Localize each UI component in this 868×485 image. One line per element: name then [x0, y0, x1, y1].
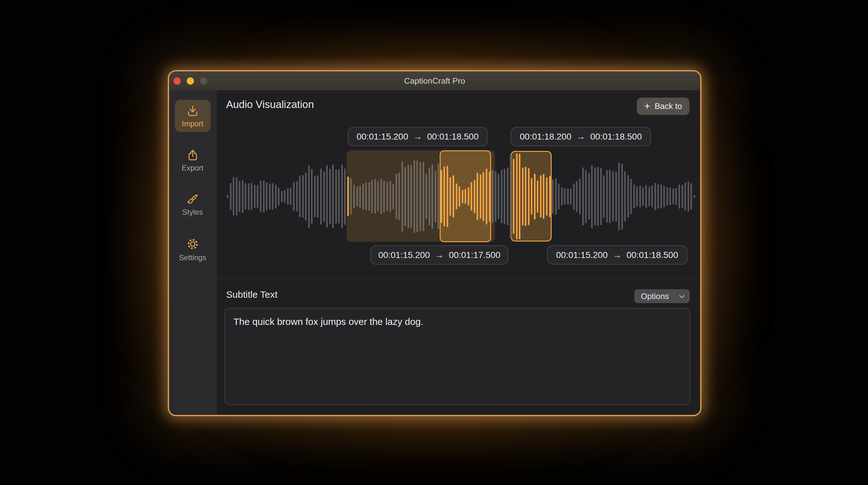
timestamp-badge-top-left: 00:01:15.200 → 00:01:18.500 [348, 127, 488, 146]
timestamp-start: 00:01:15.200 [378, 250, 430, 260]
waveform-bar [606, 170, 608, 223]
waveform-bar [227, 195, 228, 198]
waveform-bar [504, 169, 505, 224]
waveform-bar [618, 162, 620, 230]
waveform-bar [516, 153, 518, 239]
zoom-button[interactable] [200, 77, 207, 85]
waveform-bar [272, 183, 274, 210]
button-separator [674, 292, 675, 301]
waveform-bar [582, 167, 584, 225]
waveform-bar [371, 180, 373, 213]
waveform-bar [474, 180, 475, 213]
waveform-bar [302, 175, 304, 218]
waveform-bar [603, 175, 604, 218]
app-window: CaptionCraft Pro Import Export [168, 70, 702, 416]
waveform-bar [693, 195, 695, 198]
waveform-bar [525, 167, 526, 226]
waveform-bar [540, 175, 541, 218]
timestamp-start: 00:01:15.200 [357, 132, 408, 142]
waveform-bar [561, 187, 563, 205]
waveform-bar [353, 185, 355, 208]
audio-waveform[interactable] [227, 152, 696, 240]
waveform-bar [570, 189, 571, 205]
arrow-right-icon: → [577, 132, 585, 142]
waveform-bar [690, 183, 692, 210]
sidebar: Import Export Styles [169, 90, 216, 415]
waveform-bar [230, 183, 231, 210]
waveform-bar [260, 181, 261, 212]
waveform-playhead-bar [347, 176, 349, 216]
waveform-bar [543, 174, 545, 219]
sidebar-item-import[interactable]: Import [175, 100, 211, 132]
waveform-bar [651, 186, 653, 207]
timestamp-end: 00:01:18.500 [427, 132, 479, 142]
waveform-bar [594, 167, 596, 225]
waveform-bar [510, 155, 511, 238]
waveform-bar [522, 168, 524, 225]
arrow-right-icon: → [613, 250, 622, 260]
options-button[interactable]: Options [634, 289, 690, 303]
waveform-bar [398, 173, 400, 220]
waveform-bar [311, 169, 313, 224]
minimize-button[interactable] [187, 77, 194, 85]
title-bar: CaptionCraft Pro [169, 72, 700, 90]
waveform-bar [254, 185, 255, 208]
sidebar-item-export[interactable]: Export [175, 144, 211, 176]
waveform-bar [320, 169, 322, 225]
waveform-bar [326, 165, 328, 228]
waveform-bar [432, 165, 433, 229]
waveform-bar [476, 173, 478, 220]
sidebar-item-label: Import [182, 119, 203, 128]
waveform-bar [462, 190, 463, 203]
waveform-bar [305, 172, 307, 221]
waveform-bar [263, 180, 265, 213]
waveform-bar [410, 165, 412, 228]
waveform-bar [624, 171, 626, 222]
waveform-bar [374, 179, 376, 214]
waveform-bar [552, 179, 554, 214]
waveform-bar [377, 181, 379, 211]
waveform-bar [429, 167, 430, 225]
plus-icon: + [644, 101, 650, 111]
waveform-bar [546, 177, 548, 216]
waveform-bar [615, 171, 617, 222]
section-divider [216, 279, 700, 279]
close-button[interactable] [174, 77, 181, 85]
sidebar-item-styles[interactable]: Styles [175, 188, 211, 220]
waveform-bar [471, 182, 472, 210]
waveform-bar [507, 167, 508, 225]
waveform-bar [684, 182, 686, 210]
waveform-bar [407, 165, 409, 228]
waveform-bar [519, 153, 520, 239]
waveform-bar [239, 181, 240, 212]
waveform-bar [383, 181, 385, 212]
waveform-bar [365, 182, 367, 210]
waveform-bar [368, 182, 370, 211]
waveform-bar [645, 185, 647, 208]
waveform-bar [483, 172, 484, 221]
waveform-bar [437, 164, 439, 229]
waveform-bar [308, 165, 310, 228]
timestamp-end: 00:01:17.500 [449, 250, 501, 260]
waveform-bar [558, 184, 560, 209]
window-title: CaptionCraft Pro [404, 76, 465, 86]
waveform-bar [251, 183, 252, 210]
waveform-bar [669, 188, 671, 205]
timestamp-end: 00:01:18.500 [627, 250, 678, 260]
waveform-bar [446, 166, 448, 227]
options-button-label: Options [641, 291, 669, 301]
waveform-bar [528, 168, 530, 225]
waveform-bar [609, 170, 611, 223]
waveform-bar [597, 167, 599, 226]
sidebar-item-settings[interactable]: Settings [175, 232, 211, 266]
waveform-bar [453, 175, 454, 218]
main-content: Audio Visualization + Back to 00:01:15.2… [216, 90, 700, 415]
arrow-right-icon: → [413, 132, 422, 142]
subtitle-text-input[interactable]: The quick brown fox jumps over the lazy … [224, 308, 690, 405]
waveform-bar [257, 185, 258, 208]
waveform-bar [284, 190, 285, 203]
back-to-button[interactable]: + Back to [637, 97, 689, 115]
waveform-bar [630, 179, 632, 215]
waveform-bar [501, 170, 502, 223]
subtitle-section-title: Subtitle Text [226, 289, 278, 300]
